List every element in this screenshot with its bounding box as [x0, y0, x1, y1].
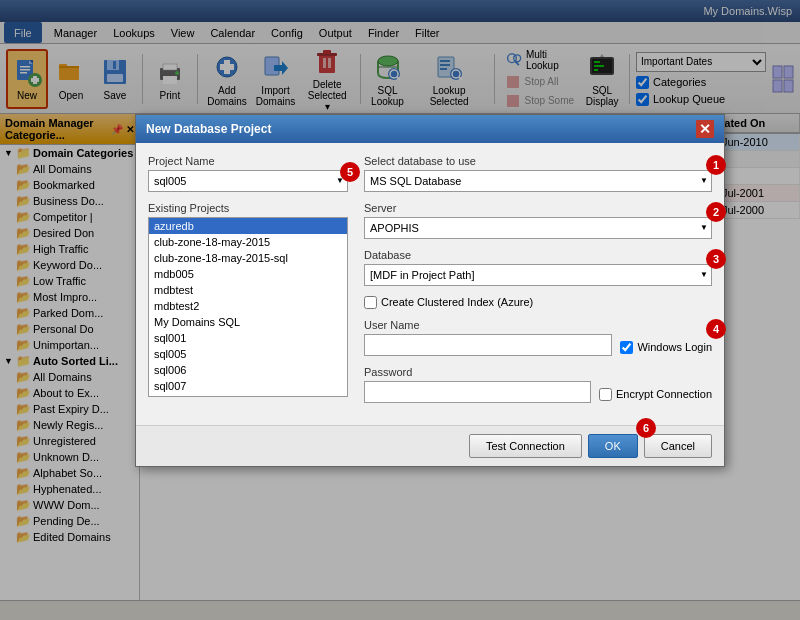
- list-item-sql007[interactable]: sql007: [149, 378, 347, 394]
- list-item-club1[interactable]: club-zone-18-may-2015: [149, 234, 347, 250]
- username-label: User Name: [364, 319, 612, 331]
- list-item-azuredb[interactable]: azuredb: [149, 218, 347, 234]
- list-item-club2[interactable]: club-zone-18-may-2015-sql: [149, 250, 347, 266]
- encrypt-connection-checkbox[interactable]: [599, 388, 612, 401]
- badge-4: 4: [706, 319, 726, 339]
- password-row: Password Encrypt Connection: [364, 366, 712, 403]
- username-input[interactable]: [364, 334, 612, 356]
- existing-projects-label: Existing Projects: [148, 202, 348, 214]
- server-label: Server: [364, 202, 712, 214]
- existing-projects-list[interactable]: azuredb club-zone-18-may-2015 club-zone-…: [148, 217, 348, 397]
- username-row: User Name Windows Login 4: [364, 319, 712, 356]
- existing-projects-row: Existing Projects azuredb club-zone-18-m…: [148, 202, 348, 397]
- windows-login-label: Windows Login: [637, 341, 712, 353]
- cluster-index-checkbox[interactable]: [364, 296, 377, 309]
- cluster-index-row[interactable]: Create Clustered Index (Azure): [364, 296, 712, 309]
- password-label: Password: [364, 366, 591, 378]
- dialog-body: Project Name sql005 ▼ 5 Existing Project…: [136, 143, 724, 425]
- badge-1: 1: [706, 155, 726, 175]
- database-label: Database: [364, 249, 712, 261]
- project-name-row: Project Name sql005 ▼ 5: [148, 155, 348, 192]
- project-name-label: Project Name: [148, 155, 348, 167]
- select-database-select[interactable]: MS SQL Database MySQL SQLite Access (MDB…: [364, 170, 712, 192]
- list-item-sql006[interactable]: sql006: [149, 362, 347, 378]
- badge-6: 6: [636, 418, 656, 438]
- dialog-title-text: New Database Project: [146, 122, 271, 136]
- ok-button[interactable]: OK: [588, 434, 638, 458]
- test-connection-button[interactable]: Test Connection: [469, 434, 582, 458]
- cluster-index-label: Create Clustered Index (Azure): [381, 296, 533, 308]
- password-input[interactable]: [364, 381, 591, 403]
- list-item-mdbtest2[interactable]: mdbtest2: [149, 298, 347, 314]
- database-select[interactable]: [MDF in Project Path] Browse...: [364, 264, 712, 286]
- list-item-mdb005[interactable]: mdb005: [149, 266, 347, 282]
- list-item-sql008[interactable]: sql008: [149, 394, 347, 397]
- project-name-select[interactable]: sql005: [148, 170, 348, 192]
- list-item-mdbtest[interactable]: mdbtest: [149, 282, 347, 298]
- list-item-sql005[interactable]: sql005: [149, 346, 347, 362]
- server-input[interactable]: [364, 217, 712, 239]
- cancel-button[interactable]: Cancel: [644, 434, 712, 458]
- dialog-title-bar: New Database Project ✕: [136, 115, 724, 143]
- windows-login-row[interactable]: Windows Login: [620, 341, 712, 354]
- dialog-overlay: New Database Project ✕ Project Name sql0…: [0, 0, 800, 620]
- dialog-left-col: Project Name sql005 ▼ 5 Existing Project…: [148, 155, 348, 413]
- dialog-close-button[interactable]: ✕: [696, 120, 714, 138]
- badge-5: 5: [340, 162, 360, 182]
- badge-3: 3: [706, 249, 726, 269]
- database-row: Database [MDF in Project Path] Browse...…: [364, 249, 712, 286]
- encrypt-connection-label: Encrypt Connection: [616, 388, 712, 400]
- badge-2: 2: [706, 202, 726, 222]
- list-item-sql001[interactable]: sql001: [149, 330, 347, 346]
- encrypt-connection-row[interactable]: Encrypt Connection: [599, 388, 712, 401]
- select-database-label: Select database to use: [364, 155, 712, 167]
- server-row: Server ▼ 2: [364, 202, 712, 239]
- new-database-dialog: New Database Project ✕ Project Name sql0…: [135, 114, 725, 467]
- dialog-right-col: Select database to use MS SQL Database M…: [364, 155, 712, 413]
- windows-login-checkbox[interactable]: [620, 341, 633, 354]
- dialog-footer: Test Connection OK Cancel 6: [136, 425, 724, 466]
- select-database-row: Select database to use MS SQL Database M…: [364, 155, 712, 192]
- list-item-mydomainssql[interactable]: My Domains SQL: [149, 314, 347, 330]
